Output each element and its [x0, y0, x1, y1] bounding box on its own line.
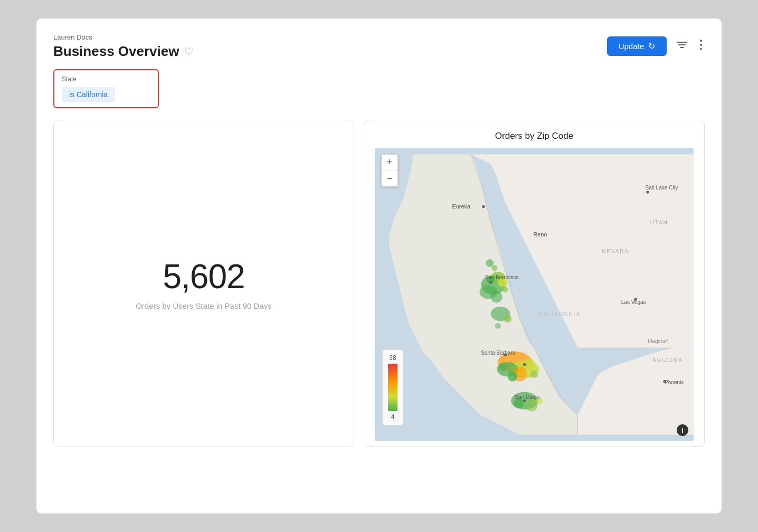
svg-text:Reno: Reno — [533, 231, 547, 238]
svg-text:San Francisco: San Francisco — [485, 274, 519, 280]
svg-text:NEVADA: NEVADA — [602, 249, 629, 254]
metric-value: 5,602 — [163, 257, 244, 296]
svg-text:Salt Lake City: Salt Lake City — [645, 185, 678, 191]
svg-text:Las Vegas: Las Vegas — [621, 299, 646, 305]
header: Lauren Docs Business Overview ♡ Update ↻ — [53, 33, 705, 60]
zoom-in-button[interactable]: + — [382, 155, 397, 170]
svg-point-26 — [508, 372, 517, 381]
filter-box[interactable]: State is California — [53, 69, 159, 108]
metric-label: Orders by Users State in Past 90 Days — [136, 301, 272, 310]
content-area: 5,602 Orders by Users State in Past 90 D… — [53, 120, 705, 447]
main-window: Lauren Docs Business Overview ♡ Update ↻ — [36, 18, 722, 514]
svg-point-33 — [486, 259, 494, 267]
svg-point-16 — [503, 287, 508, 292]
header-right: Update ↻ — [607, 36, 705, 56]
svg-text:CALIFORNIA: CALIFORNIA — [539, 311, 581, 317]
svg-point-19 — [504, 315, 511, 322]
title-row: Business Overview ♡ — [53, 43, 194, 60]
svg-text:Eureka: Eureka — [452, 203, 471, 210]
zoom-out-button[interactable]: − — [382, 170, 397, 186]
filter-section: State is California — [53, 69, 705, 108]
svg-point-27 — [530, 370, 538, 378]
svg-point-17 — [491, 291, 503, 303]
refresh-icon: ↻ — [648, 41, 655, 51]
filter-icon[interactable] — [674, 38, 690, 54]
svg-text:Phoenix: Phoenix — [665, 379, 684, 385]
map-legend: 38 4 — [382, 349, 403, 425]
svg-text:Flagstaff: Flagstaff — [648, 338, 668, 344]
heart-icon[interactable]: ♡ — [184, 45, 194, 58]
update-button[interactable]: Update ↻ — [607, 36, 667, 56]
svg-point-34 — [491, 265, 497, 271]
svg-point-36 — [523, 363, 526, 366]
svg-point-37 — [482, 205, 485, 208]
filter-chip[interactable]: is California — [62, 87, 115, 102]
legend-max: 38 — [389, 354, 396, 362]
svg-text:San Diego: San Diego — [515, 394, 539, 400]
header-left: Lauren Docs Business Overview ♡ — [53, 33, 194, 60]
right-panel: Orders by Zip Code — [364, 120, 705, 447]
svg-point-20 — [495, 323, 501, 329]
map-zoom-controls: + − — [381, 154, 398, 187]
svg-point-4 — [700, 44, 702, 46]
map-svg: Eureka Reno Salt Lake City NEVADA UTAH S… — [375, 148, 694, 441]
filter-label: State — [62, 75, 150, 83]
svg-point-41 — [646, 191, 649, 193]
map-container[interactable]: Eureka Reno Salt Lake City NEVADA UTAH S… — [375, 148, 694, 441]
svg-point-55 — [663, 380, 666, 383]
svg-point-3 — [700, 40, 702, 42]
legend-min: 4 — [391, 413, 395, 421]
svg-text:ARIZONA: ARIZONA — [652, 357, 683, 363]
svg-text:Santa Barbara: Santa Barbara — [481, 350, 515, 356]
svg-point-28 — [498, 363, 507, 371]
legend-bar — [388, 364, 397, 411]
breadcrumb: Lauren Docs — [53, 33, 194, 41]
svg-text:UTAH: UTAH — [650, 220, 668, 225]
map-title: Orders by Zip Code — [375, 131, 694, 141]
svg-point-5 — [700, 48, 702, 50]
left-panel: 5,602 Orders by Users State in Past 90 D… — [53, 120, 354, 447]
more-icon[interactable] — [697, 37, 705, 55]
info-icon[interactable]: i — [677, 424, 688, 436]
page-title: Business Overview — [53, 43, 179, 60]
svg-point-35 — [489, 281, 492, 283]
